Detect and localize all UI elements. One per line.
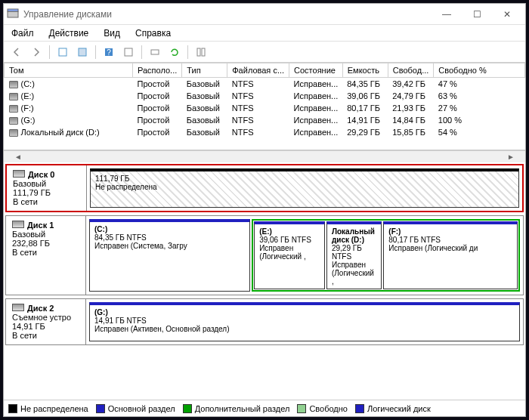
refresh-button[interactable] — [166, 44, 183, 60]
drive-icon — [9, 117, 18, 125]
app-icon — [7, 8, 19, 20]
disk-partitions: (C:)84,35 ГБ NTFSИсправен (Система, Загр… — [86, 216, 523, 295]
menu-file[interactable]: Файл — [8, 26, 37, 40]
partition[interactable]: (C:)84,35 ГБ NTFSИсправен (Система, Загр… — [89, 219, 250, 292]
menu-action[interactable]: Действие — [46, 26, 92, 40]
col-capacity[interactable]: Емкость — [342, 63, 388, 78]
col-type[interactable]: Тип — [182, 63, 227, 78]
volume-list[interactable]: Том Располо... Тип Файловая с... Состоян… — [4, 63, 525, 150]
svg-rect-6 — [125, 48, 132, 56]
disk-management-window: Управление дисками — ☐ ✕ Файл Действие В… — [3, 3, 526, 417]
unallocated-space[interactable]: 111,79 ГБНе распределена — [90, 168, 519, 208]
legend-primary-label: Основной раздел — [108, 404, 175, 413]
legend-primary-swatch — [96, 404, 105, 413]
help-button[interactable]: ? — [101, 44, 117, 60]
partition[interactable]: Локальный диск (D:)29,29 ГБ NTFSИсправен… — [326, 221, 382, 289]
disk-partitions: 111,79 ГБНе распределена — [87, 165, 522, 211]
toolbar: ? — [4, 42, 525, 63]
disk-row: Диск 1Базовый232,88 ГБВ сети(C:)84,35 ГБ… — [5, 215, 524, 295]
svg-rect-9 — [202, 48, 205, 56]
disk-partitions: (G:)14,91 ГБ NTFSИсправен (Активен, Осно… — [86, 299, 523, 344]
menu-help[interactable]: Справка — [132, 26, 174, 40]
legend-logical-label: Логический диск — [367, 404, 431, 413]
disk-row: Диск 0Базовый111,79 ГБВ сети111,79 ГБНе … — [5, 164, 524, 212]
toolbar-btn-3[interactable] — [120, 44, 137, 60]
disk-graphical-view[interactable]: Диск 0Базовый111,79 ГБВ сети111,79 ГБНе … — [4, 162, 525, 400]
legend-unalloc-label: Не распределена — [20, 404, 88, 413]
legend-extended-label: Дополнительный раздел — [195, 404, 290, 413]
toolbar-btn-5[interactable] — [193, 44, 209, 60]
legend-unalloc-swatch — [8, 404, 17, 413]
legend: Не распределена Основной раздел Дополнит… — [4, 400, 525, 416]
extended-partition[interactable]: (E:)39,06 ГБ NTFSИсправен (Логический ,Л… — [252, 219, 520, 292]
toolbar-btn-4[interactable] — [147, 44, 163, 60]
disk-info[interactable]: Диск 2Съемное устро14,91 ГБВ сети — [6, 299, 86, 344]
svg-rect-1 — [8, 9, 18, 11]
partition[interactable]: (F:)80,17 ГБ NTFSИсправен (Логический ди — [383, 221, 518, 289]
content-area: Том Располо... Тип Файловая с... Состоян… — [4, 63, 525, 416]
disk-icon — [12, 221, 24, 228]
col-fs[interactable]: Файловая с... — [227, 63, 289, 78]
col-volume[interactable]: Том — [5, 63, 133, 78]
disk-icon — [12, 304, 24, 311]
maximize-button[interactable]: ☐ — [462, 5, 492, 23]
back-button[interactable] — [8, 44, 25, 60]
svg-rect-3 — [79, 48, 86, 56]
menubar: Файл Действие Вид Справка — [4, 25, 525, 42]
toolbar-btn-2[interactable] — [74, 44, 91, 60]
drive-icon — [9, 105, 18, 113]
menu-view[interactable]: Вид — [101, 26, 123, 40]
legend-free-label: Свободно — [309, 404, 348, 413]
close-button[interactable]: ✕ — [492, 5, 522, 23]
legend-logical-swatch — [355, 404, 364, 413]
partition[interactable]: (E:)39,06 ГБ NTFSИсправен (Логический , — [254, 221, 325, 289]
volume-row[interactable]: (C:)ПростойБазовыйNTFSИсправен...84,35 Г… — [5, 78, 525, 91]
drive-icon — [9, 129, 18, 137]
disk-info[interactable]: Диск 1Базовый232,88 ГБВ сети — [6, 216, 86, 295]
volume-row[interactable]: (E:)ПростойБазовыйNTFSИсправен...39,06 Г… — [5, 90, 525, 102]
drive-icon — [9, 81, 18, 88]
disk-row: Диск 2Съемное устро14,91 ГБВ сети(G:)14,… — [5, 298, 524, 345]
col-status[interactable]: Состояние — [289, 63, 343, 78]
minimize-button[interactable]: — — [432, 5, 462, 23]
legend-extended-swatch — [183, 404, 192, 413]
volume-row[interactable]: (F:)ПростойБазовыйNTFSИсправен...80,17 Г… — [5, 102, 525, 114]
toolbar-btn-1[interactable] — [54, 44, 71, 60]
horizontal-scrollbar[interactable]: ◄► — [4, 150, 525, 162]
partition[interactable]: (G:)14,91 ГБ NTFSИсправен (Активен, Осно… — [89, 302, 520, 341]
volume-row[interactable]: (G:)ПростойБазовыйNTFSИсправен...14,91 Г… — [5, 114, 525, 126]
volume-row[interactable]: Локальный диск (D:)ПростойБазовыйNTFSИсп… — [5, 126, 525, 138]
window-title: Управление дисками — [23, 9, 432, 20]
legend-free-swatch — [297, 404, 306, 413]
svg-rect-7 — [151, 50, 159, 54]
forward-button[interactable] — [28, 44, 45, 60]
disk-info[interactable]: Диск 0Базовый111,79 ГБВ сети — [7, 165, 87, 211]
svg-rect-0 — [8, 11, 18, 17]
col-free[interactable]: Свобод... — [388, 63, 434, 78]
volume-header-row[interactable]: Том Располо... Тип Файловая с... Состоян… — [5, 63, 525, 78]
col-freepct[interactable]: Свободно % — [434, 63, 525, 78]
svg-text:?: ? — [107, 48, 111, 57]
drive-icon — [9, 93, 18, 100]
disk-icon — [13, 170, 25, 178]
col-layout[interactable]: Располо... — [133, 63, 182, 78]
svg-rect-8 — [197, 48, 200, 56]
titlebar[interactable]: Управление дисками — ☐ ✕ — [4, 4, 525, 25]
svg-rect-2 — [59, 48, 67, 56]
